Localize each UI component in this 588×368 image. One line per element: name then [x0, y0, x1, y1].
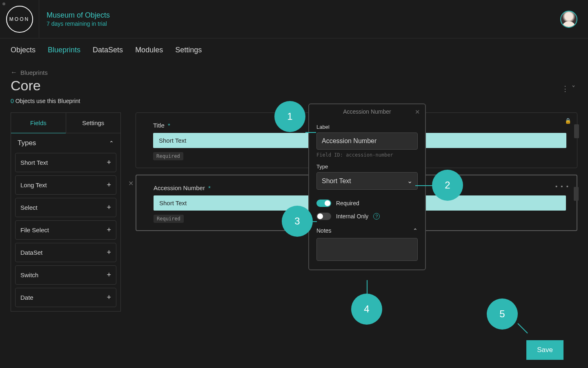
type-label: Switch — [20, 272, 38, 278]
avatar[interactable] — [560, 11, 577, 28]
annotation-connector-4 — [367, 280, 368, 294]
type-label: Select — [20, 204, 38, 211]
notes-textarea[interactable] — [316, 238, 418, 261]
breadcrumb-label: Blueprints — [20, 69, 48, 76]
plus-icon: + — [107, 226, 111, 234]
type-switch[interactable]: Switch+ — [15, 265, 116, 285]
tab-settings[interactable]: Settings — [66, 113, 121, 133]
type-label: Long Text — [20, 182, 47, 188]
notes-label: Notes — [316, 227, 332, 234]
plus-icon: + — [107, 203, 111, 212]
nav-datasets[interactable]: DataSets — [93, 46, 123, 54]
chevron-up-icon: ⌃ — [413, 227, 418, 234]
chevron-up-icon: ⌃ — [109, 140, 114, 146]
types-title: Types — [18, 139, 36, 147]
types-panel: Types ⌃ Short Text+ Long Text+ Select+ F… — [11, 133, 121, 312]
label-caption: Label — [316, 124, 418, 130]
logo-container: MOON — [0, 0, 39, 38]
field-label-text: Title — [153, 122, 165, 129]
required-row: Required — [316, 200, 418, 207]
nav-objects[interactable]: Objects — [11, 46, 36, 54]
type-value: Short Text — [322, 177, 351, 185]
type-label: Short Text — [20, 159, 48, 166]
breadcrumb-back[interactable]: ← Blueprints — [11, 69, 577, 76]
type-caption: Type — [316, 164, 418, 170]
annotation-connector-1 — [305, 132, 316, 133]
plus-icon: + — [107, 248, 111, 257]
content-area: ← Blueprints Core ⋮ ˅ 0 Objects use this… — [0, 61, 588, 312]
app-logo[interactable]: MOON — [6, 6, 33, 33]
required-toggle[interactable] — [316, 200, 331, 207]
plus-icon: + — [107, 293, 111, 302]
internal-row: Internal Only ? — [316, 213, 418, 220]
panel-header: Accession Number ✕ — [309, 104, 425, 119]
internal-label: Internal Only — [336, 213, 368, 220]
field-label-text: Accession Number — [154, 184, 205, 191]
drag-handle[interactable] — [574, 124, 579, 138]
page-title: Core — [11, 78, 577, 94]
org-info: Museum of Objects 7 days remaining in tr… — [39, 11, 560, 27]
page-more-menu[interactable]: ⋮ ˅ — [561, 84, 576, 93]
sidebar-tabs: Fields Settings — [11, 112, 121, 133]
type-label: Date — [20, 294, 33, 301]
sidebar: Fields Settings Types ⌃ Short Text+ Long… — [11, 112, 121, 312]
label-input[interactable] — [316, 132, 418, 150]
plus-icon: + — [107, 271, 111, 279]
type-select[interactable]: Short Text ⌄ — [316, 172, 418, 190]
type-date[interactable]: Date+ — [15, 288, 116, 307]
nav-settings[interactable]: Settings — [175, 46, 202, 54]
nav-modules[interactable]: Modules — [135, 46, 163, 54]
main-nav: Objects Blueprints DataSets Modules Sett… — [0, 38, 588, 61]
required-asterisk: * — [168, 122, 170, 129]
type-label: File Select — [20, 227, 49, 233]
required-label: Required — [336, 200, 359, 206]
internal-toggle[interactable] — [316, 213, 331, 220]
plus-icon: + — [107, 158, 111, 167]
type-label: DataSet — [20, 249, 42, 256]
status-dot — [2, 2, 5, 5]
annotation-connector-3 — [313, 221, 317, 222]
annotation-bubble-3: 3 — [282, 206, 313, 237]
plus-icon: + — [107, 181, 111, 189]
lock-icon: 🔒 — [565, 118, 571, 124]
logo-text: MOON — [9, 16, 29, 22]
annotation-bubble-4: 4 — [351, 294, 382, 325]
type-file-select[interactable]: File Select+ — [15, 220, 116, 240]
close-icon[interactable]: ✕ — [128, 180, 134, 187]
nav-blueprints[interactable]: Blueprints — [48, 46, 80, 54]
tab-fields[interactable]: Fields — [11, 113, 66, 133]
panel-title: Accession Number — [343, 108, 391, 115]
annotation-connector-5 — [517, 323, 528, 333]
required-asterisk: * — [208, 184, 211, 191]
usage-text: Objects use this Blueprint — [16, 98, 80, 104]
drag-handle[interactable] — [574, 187, 579, 201]
usage-count: 0 — [11, 98, 14, 104]
annotation-bubble-5: 5 — [487, 298, 518, 330]
type-long-text[interactable]: Long Text+ — [15, 175, 116, 195]
trial-status: 7 days remaining in trial — [47, 20, 560, 27]
arrow-left-icon: ← — [11, 69, 17, 76]
types-header[interactable]: Types ⌃ — [11, 133, 120, 153]
field-settings-panel: Accession Number ✕ Label Field ID: acces… — [308, 103, 426, 270]
annotation-bubble-1: 1 — [274, 101, 305, 132]
annotation-connector-2 — [415, 185, 432, 186]
field-tag-required: Required — [153, 152, 183, 160]
panel-close-icon[interactable]: ✕ — [415, 108, 420, 116]
help-icon[interactable]: ? — [373, 213, 380, 220]
notes-header[interactable]: Notes ⌃ — [316, 227, 418, 234]
org-name[interactable]: Museum of Objects — [47, 11, 560, 20]
field-tag-required: Required — [154, 215, 184, 223]
type-dataset[interactable]: DataSet+ — [15, 243, 116, 262]
top-header: MOON Museum of Objects 7 days remaining … — [0, 0, 588, 38]
card-more-icon[interactable]: • • • — [555, 183, 569, 190]
field-id-hint: Field ID: accession-number — [316, 152, 418, 158]
annotation-bubble-2: 2 — [432, 170, 463, 201]
chevron-down-icon: ⌄ — [407, 177, 412, 185]
type-short-text[interactable]: Short Text+ — [15, 153, 116, 172]
save-button[interactable]: Save — [526, 340, 564, 360]
type-list: Short Text+ Long Text+ Select+ File Sele… — [11, 153, 120, 311]
type-select[interactable]: Select+ — [15, 198, 116, 217]
